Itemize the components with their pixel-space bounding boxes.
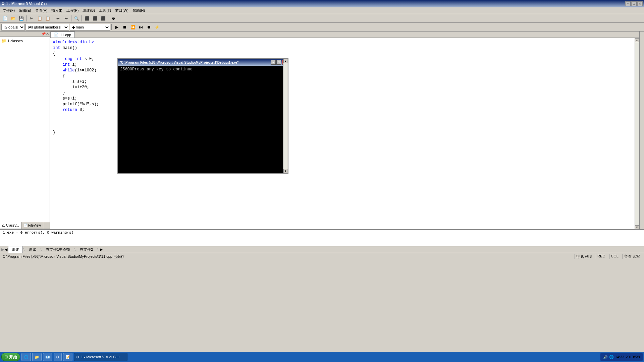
toolbar-undo[interactable]: ↩ bbox=[54, 15, 62, 22]
minimize-button[interactable]: − bbox=[625, 1, 631, 6]
menu-insert[interactable]: 插入(I) bbox=[49, 7, 64, 14]
toolbar-paste[interactable]: 📋 bbox=[44, 15, 51, 22]
console-body: 25600Press any key to continue_ ▲ ▼ bbox=[118, 66, 288, 173]
windows-logo: ⊞ bbox=[4, 355, 8, 359]
status-rowcol: 行 9, 列 8 bbox=[575, 254, 593, 259]
debug-break[interactable]: ⚡ bbox=[153, 23, 161, 31]
tree-item-label: 1 classes bbox=[7, 39, 23, 43]
menu-help[interactable]: 帮助(H) bbox=[130, 7, 147, 14]
close-button[interactable]: ✕ bbox=[637, 1, 643, 6]
taskbar-vs-label: 1 - Microsoft Visual C++ bbox=[81, 355, 120, 359]
tray-time: 14:33 bbox=[615, 355, 625, 359]
debug-step-over[interactable]: ⏩ bbox=[129, 23, 137, 31]
output-tab-find1[interactable]: 在文件1中查找 bbox=[42, 246, 74, 253]
tab-arrow-left[interactable]: ◀ bbox=[5, 247, 7, 252]
toolbar-search[interactable]: 🔍 bbox=[73, 15, 80, 22]
members-dropdown[interactable]: [All global members] bbox=[25, 24, 69, 31]
tab-arrow-right[interactable]: ▶ bbox=[100, 247, 103, 252]
taskbar: ⊞ 开始 🌐 📁 📧 ⚙ 📝 ⚙ 1 - Microsoft Visual C+… bbox=[0, 352, 644, 362]
editor-area: 📄 11.cpp #include<stdio.h> int main() { … bbox=[50, 32, 639, 229]
console-output[interactable]: 25600Press any key to continue_ bbox=[118, 66, 288, 173]
menu-bar: 文件(F) 编辑(E) 查看(V) 插入(I) 工程(P) 组建(B) 工具(T… bbox=[0, 7, 644, 14]
fileview-icon: 📄 bbox=[23, 224, 28, 227]
console-scrollbar[interactable]: ▲ ▼ bbox=[283, 59, 288, 173]
left-panel-tabs: 🗂 ClassV... 📄 FileView bbox=[0, 222, 50, 229]
output-tab-debug[interactable]: 调试 bbox=[25, 246, 40, 253]
scroll-up[interactable]: ▲ bbox=[283, 59, 287, 63]
toolbar-new[interactable]: 📄 bbox=[1, 15, 9, 22]
debug-go[interactable]: ▶ bbox=[113, 23, 120, 31]
output-tab-build[interactable]: 组建 bbox=[8, 246, 23, 253]
console-window: "C:\Program Files (x86)\Microsoft Visual… bbox=[117, 58, 288, 174]
menu-window[interactable]: 窗口(W) bbox=[113, 7, 130, 14]
left-panel-close[interactable]: ✕ bbox=[46, 32, 49, 36]
toolbar-b4[interactable]: ⚙ bbox=[110, 15, 117, 22]
toolbar-b3[interactable]: ⬛ bbox=[99, 15, 107, 22]
toolbar-cut[interactable]: ✂ bbox=[28, 15, 35, 22]
taskbar-mail[interactable]: 📧 bbox=[43, 353, 52, 361]
menu-file[interactable]: 文件(F) bbox=[1, 7, 17, 14]
title-bar-left: ⚙ 1 - Microsoft Visual C++ bbox=[1, 2, 48, 6]
editor-tab-bar: 📄 11.cpp bbox=[50, 32, 639, 38]
debug-step-out[interactable]: ⏺ bbox=[145, 23, 153, 31]
toolbar-copy[interactable]: 📋 bbox=[36, 15, 43, 22]
taskbar-ie[interactable]: 🌐 bbox=[21, 353, 31, 361]
taskbar-vs-icon2[interactable]: 📝 bbox=[63, 353, 72, 361]
toolbar-b1[interactable]: ⬛ bbox=[83, 15, 91, 22]
sep4 bbox=[82, 15, 82, 21]
start-button[interactable]: ⊞ 开始 bbox=[1, 353, 20, 361]
output-tab-find2[interactable]: 在文件2 bbox=[76, 246, 97, 253]
toolbar-2: [Globals] [All global members] ◆ main ▶ … bbox=[0, 23, 644, 32]
taskbar-vs-main[interactable]: ⚙ 1 - Microsoft Visual C++ bbox=[74, 353, 127, 361]
tab-classview[interactable]: 🗂 ClassV... bbox=[0, 222, 21, 229]
function-dropdown[interactable]: ◆ main bbox=[70, 24, 110, 31]
output-content: 1.exe - 0 error(s), 0 warning(s) bbox=[0, 230, 644, 246]
left-panel: 📌 ✕ 📁 1 classes 🗂 ClassV... 📄 FileView bbox=[0, 32, 50, 229]
taskbar-vs-icon1[interactable]: ⚙ bbox=[54, 353, 62, 361]
tray-volume: 🌐 bbox=[609, 355, 614, 359]
editor-tab-11cpp[interactable]: 📄 11.cpp bbox=[50, 32, 75, 38]
ie-icon: 🌐 bbox=[24, 355, 29, 359]
vc-icon: ⚙ bbox=[56, 355, 59, 359]
editor-scroll-up[interactable]: ▲ bbox=[635, 38, 639, 42]
sep1 bbox=[26, 15, 26, 21]
mail-icon: 📧 bbox=[45, 355, 50, 359]
left-panel-pin[interactable]: 📌 bbox=[41, 32, 46, 36]
editor-container: #include<stdio.h> int main() { long int … bbox=[50, 38, 639, 229]
maximize-button[interactable]: □ bbox=[631, 1, 637, 6]
tab-fileview[interactable]: 📄 FileView bbox=[21, 222, 43, 229]
editor-scrollbar: ▲ ▼ bbox=[635, 38, 639, 229]
file-icon: 📄 bbox=[54, 33, 59, 37]
toolbar-open[interactable]: 📂 bbox=[9, 15, 17, 22]
menu-project[interactable]: 工程(P) bbox=[64, 7, 81, 14]
line-2-kw: int bbox=[53, 46, 60, 50]
menu-view[interactable]: 查看(V) bbox=[33, 7, 50, 14]
toolbar-redo[interactable]: ↪ bbox=[62, 15, 70, 22]
app-icon-2: 📝 bbox=[65, 355, 70, 359]
console-maximize[interactable]: □ bbox=[276, 60, 281, 65]
scroll-down[interactable]: ▼ bbox=[283, 169, 287, 173]
scroll-track bbox=[283, 63, 287, 169]
status-right: 行 9, 列 8 REC COL 普查 读写 bbox=[575, 254, 641, 259]
globals-dropdown[interactable]: [Globals] bbox=[1, 24, 25, 31]
sep2 bbox=[53, 15, 53, 21]
editor-scroll-down[interactable]: ▼ bbox=[635, 225, 639, 229]
console-minimize[interactable]: − bbox=[271, 60, 276, 65]
sep6 bbox=[111, 24, 112, 30]
sep5 bbox=[108, 15, 108, 21]
console-title-bar: "C:\Program Files (x86)\Microsoft Visual… bbox=[118, 59, 288, 66]
console-title: "C:\Program Files (x86)\Microsoft Visual… bbox=[119, 61, 239, 64]
menu-tools[interactable]: 工具(T) bbox=[97, 7, 113, 14]
classview-icon: 🗂 bbox=[2, 224, 5, 227]
toolbar-b2[interactable]: ⬛ bbox=[91, 15, 99, 22]
line-1: #include<stdio.h> bbox=[53, 40, 94, 45]
folder-taskbar-icon: 📁 bbox=[35, 355, 39, 359]
toolbar-save[interactable]: 💾 bbox=[17, 15, 25, 22]
debug-stop[interactable]: ⏹ bbox=[121, 23, 128, 31]
debug-step-in[interactable]: ⏭ bbox=[137, 23, 145, 31]
toolbar-1: 📄 📂 💾 ✂ 📋 📋 ↩ ↪ 🔍 ⬛ ⬛ ⬛ ⚙ bbox=[0, 14, 644, 23]
tree-item-classes[interactable]: 📁 1 classes bbox=[1, 38, 48, 44]
menu-build[interactable]: 组建(B) bbox=[80, 7, 97, 14]
taskbar-explorer[interactable]: 📁 bbox=[32, 353, 42, 361]
menu-edit[interactable]: 编辑(E) bbox=[17, 7, 33, 14]
